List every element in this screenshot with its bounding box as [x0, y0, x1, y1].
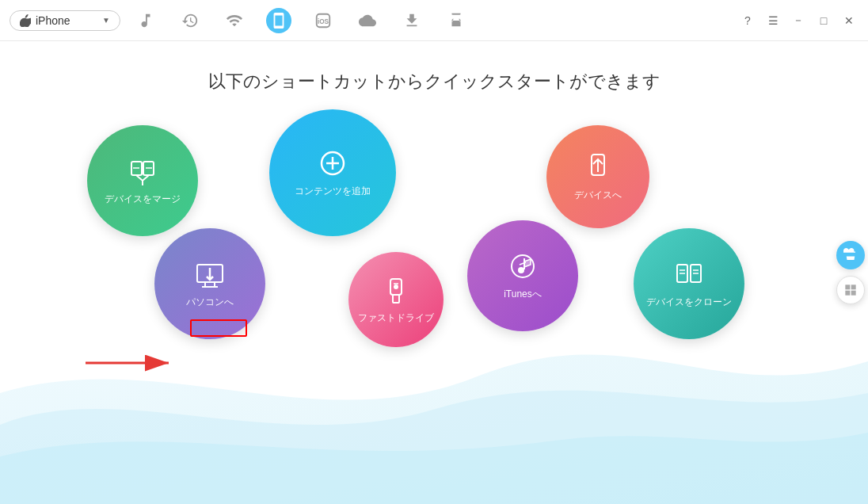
- nav-history[interactable]: [177, 8, 203, 33]
- clone-label: デバイスをクローン: [646, 296, 732, 309]
- circle-flash-drive[interactable]: ファストドライブ: [348, 252, 444, 347]
- side-buttons: [836, 241, 865, 304]
- chevron-down-icon: ▼: [102, 16, 110, 25]
- titlebar-right: ? ☰ － □ ✕: [738, 11, 858, 30]
- svg-point-20: [512, 255, 534, 277]
- svg-rect-33: [851, 291, 856, 296]
- itunes-label: iTunesへ: [504, 288, 542, 301]
- nav-music[interactable]: [133, 8, 158, 33]
- svg-rect-32: [845, 291, 850, 296]
- nav-toolkit[interactable]: [444, 8, 469, 33]
- close-button[interactable]: ✕: [839, 11, 858, 30]
- svg-rect-31: [851, 284, 856, 289]
- add-content-label: コンテンツを追加: [295, 185, 371, 198]
- nav-icons: iOS: [133, 8, 469, 33]
- svg-text:iOS: iOS: [318, 17, 329, 25]
- help-button[interactable]: ?: [738, 11, 757, 30]
- device-selector[interactable]: iPhone ▼: [10, 10, 120, 31]
- clone-icon: [673, 258, 705, 290]
- svg-point-21: [518, 267, 524, 273]
- flash-drive-label: ファストドライブ: [358, 312, 434, 325]
- side-btn-toolbox[interactable]: [836, 241, 865, 269]
- nav-download[interactable]: [399, 8, 424, 33]
- circle-merge[interactable]: デバイスをマージ: [87, 125, 198, 236]
- to-pc-icon: [194, 258, 226, 290]
- itunes-icon: [507, 250, 539, 282]
- nav-ios[interactable]: iOS: [310, 8, 336, 33]
- svg-point-18: [394, 284, 398, 289]
- red-arrow: [86, 347, 181, 379]
- menu-button[interactable]: ☰: [763, 11, 782, 30]
- svg-rect-30: [845, 284, 850, 289]
- minimize-button[interactable]: －: [789, 11, 808, 30]
- merge-label: デバイスをマージ: [105, 193, 181, 206]
- to-pc-label: パソコンへ: [186, 296, 234, 309]
- circle-to-device[interactable]: デバイスへ: [546, 125, 649, 228]
- nav-wifi[interactable]: [222, 8, 247, 33]
- to-device-label: デバイスへ: [574, 189, 622, 202]
- highlight-box: [190, 319, 247, 337]
- main-content: 以下のショートカットからクイックスタートができます デバイスをマージ コンテンツ…: [0, 41, 868, 504]
- page-title: 以下のショートカットからクイックスタートができます: [0, 41, 868, 94]
- device-name-label: iPhone: [36, 14, 97, 27]
- merge-icon: [127, 155, 158, 187]
- maximize-button[interactable]: □: [814, 11, 833, 30]
- svg-rect-17: [393, 295, 399, 303]
- apple-icon: [20, 14, 31, 27]
- flash-drive-icon: [380, 274, 412, 306]
- nav-device[interactable]: [266, 8, 291, 33]
- circle-clone[interactable]: デバイスをクローン: [634, 228, 744, 339]
- nav-cloud[interactable]: [355, 8, 380, 33]
- titlebar-left: iPhone ▼ iOS: [10, 8, 469, 33]
- add-content-icon: [317, 147, 348, 179]
- circles-container: デバイスをマージ コンテンツを追加 デバイスへ: [0, 94, 868, 434]
- to-device-icon: [582, 151, 614, 183]
- circle-itunes[interactable]: iTunesへ: [467, 220, 578, 331]
- titlebar: iPhone ▼ iOS: [0, 0, 868, 41]
- side-btn-grid[interactable]: [836, 276, 865, 304]
- circle-add-content[interactable]: コンテンツを追加: [269, 109, 396, 236]
